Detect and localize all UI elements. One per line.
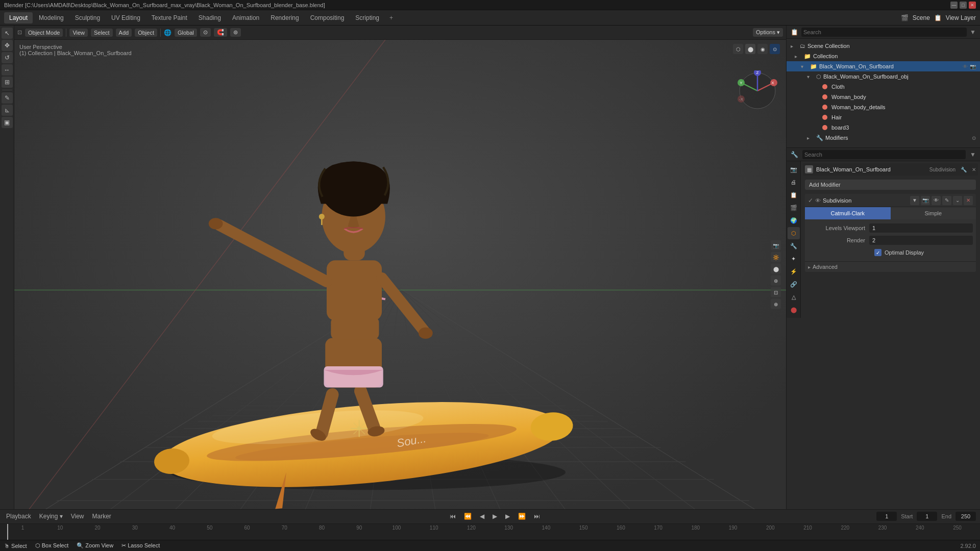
- modifier-camera-icon[interactable]: 📷: [921, 196, 930, 205]
- particles-props-icon[interactable]: ✦: [788, 253, 800, 265]
- xray-toggle[interactable]: ⊡: [771, 287, 781, 297]
- zoom-extents[interactable]: ⊕: [771, 299, 781, 309]
- outliner-cloth[interactable]: Cloth: [787, 82, 980, 92]
- add-workspace-button[interactable]: +: [385, 12, 397, 23]
- subdiv-eye-icon[interactable]: 👁: [815, 197, 821, 204]
- modifier-move-down-icon[interactable]: ⌄: [953, 196, 962, 205]
- prev-keyframe-button[interactable]: ⏪: [462, 512, 474, 521]
- optimal-display-checkbox[interactable]: ✓: [874, 249, 881, 256]
- object-props-icon[interactable]: ⬡: [788, 227, 800, 239]
- physics-props-icon[interactable]: ⚡: [788, 265, 800, 278]
- catmull-clark-tab[interactable]: Catmull-Clark: [805, 207, 891, 219]
- outliner-board3[interactable]: board3: [787, 122, 980, 133]
- levels-viewport-value[interactable]: 1: [869, 223, 973, 233]
- scale-tool[interactable]: ↔: [2, 64, 13, 76]
- playback-menu[interactable]: Playback: [4, 512, 33, 521]
- jump-end-button[interactable]: ⏭: [532, 512, 542, 521]
- solid-shading[interactable]: ⬤: [745, 44, 755, 54]
- play-button[interactable]: ▶: [491, 512, 499, 521]
- render-preview[interactable]: 🔆: [771, 252, 781, 262]
- tab-modeling[interactable]: Modeling: [34, 12, 69, 23]
- outliner-search-input[interactable]: [801, 28, 967, 37]
- tab-compositing[interactable]: Compositing: [305, 12, 350, 23]
- outliner-hair[interactable]: Hair: [787, 112, 980, 122]
- visibility-icon[interactable]: 👁: [963, 64, 968, 69]
- current-frame-input[interactable]: [876, 512, 897, 521]
- properties-search-input[interactable]: [802, 150, 966, 159]
- tab-scripting[interactable]: Scripting: [350, 12, 384, 23]
- object-mode-selector[interactable]: Object Mode: [25, 29, 63, 37]
- outliner-collection[interactable]: ▸ 📁 Collection: [787, 51, 980, 61]
- overlay-toggle[interactable]: ⊛: [771, 276, 781, 286]
- advanced-toggle[interactable]: ▸ Advanced: [808, 264, 973, 270]
- select-menu[interactable]: Select: [91, 29, 113, 37]
- material-props-icon[interactable]: ⬤: [788, 304, 800, 316]
- object-menu[interactable]: Object: [135, 29, 157, 37]
- step-forward-button[interactable]: ▶: [503, 512, 512, 521]
- modifier-filter-icon[interactable]: ▼: [910, 196, 919, 205]
- outliner-modifiers[interactable]: ▸ 🔧 Modifiers ⊙: [787, 133, 980, 143]
- rotate-tool[interactable]: ↺: [2, 52, 13, 63]
- rendered-shading[interactable]: ⊙: [770, 44, 780, 54]
- proportional-edit[interactable]: ⊚: [230, 28, 241, 37]
- modifier-x-icon[interactable]: ✕: [964, 196, 973, 205]
- tab-uv-editing[interactable]: UV Editing: [106, 12, 145, 23]
- snap-toggle[interactable]: 🧲: [214, 28, 227, 37]
- modifier-viewport-icon[interactable]: 👁: [932, 196, 941, 205]
- end-frame-input[interactable]: [955, 512, 976, 521]
- camera-tool[interactable]: 📷: [771, 240, 781, 251]
- keying-menu[interactable]: Keying ▾: [37, 512, 65, 521]
- options-button[interactable]: Options ▾: [753, 28, 783, 37]
- render-level-value[interactable]: 2: [869, 236, 973, 245]
- output-props-icon[interactable]: 🖨: [788, 176, 800, 188]
- modifier-props-icon[interactable]: 🔧: [788, 240, 800, 252]
- add-modifier-button[interactable]: Add Modifier: [805, 180, 976, 190]
- prop-header-extra-icon[interactable]: ✕: [972, 167, 976, 172]
- wireframe-shading[interactable]: ⬡: [733, 44, 743, 54]
- minimize-button[interactable]: —: [950, 2, 958, 9]
- tab-animation[interactable]: Animation: [227, 12, 264, 23]
- step-back-button[interactable]: ◀: [478, 512, 486, 521]
- prop-filter-icon[interactable]: ▼: [970, 151, 976, 158]
- move-tool[interactable]: ✥: [2, 40, 13, 51]
- subdiv-check-icon[interactable]: ✓: [808, 197, 813, 204]
- start-frame-input[interactable]: [917, 512, 937, 521]
- tab-sculpting[interactable]: Sculpting: [70, 12, 105, 23]
- transform-orientation[interactable]: Global: [175, 29, 197, 37]
- maximize-button[interactable]: □: [960, 2, 967, 9]
- material-shading[interactable]: ◉: [757, 44, 768, 54]
- cursor-tool[interactable]: ▣: [2, 117, 13, 128]
- render-visibility-icon[interactable]: 📷: [970, 64, 976, 69]
- data-props-icon[interactable]: △: [788, 291, 800, 303]
- add-menu[interactable]: Add: [116, 29, 132, 37]
- tab-shading[interactable]: Shading: [193, 12, 226, 23]
- annotate-tool[interactable]: ✎: [2, 92, 13, 104]
- tab-layout[interactable]: Layout: [4, 12, 33, 23]
- measure-tool[interactable]: ⊾: [2, 105, 13, 116]
- outliner-woman-body-details[interactable]: Woman_body_details: [787, 102, 980, 112]
- simple-tab[interactable]: Simple: [891, 207, 976, 219]
- outliner-black-woman-collection[interactable]: ▾ 📁 Black_Woman_On_Surfboard 👁 📷: [787, 61, 980, 71]
- window-controls[interactable]: — □ ✕: [950, 2, 976, 9]
- scene-props-icon[interactable]: 🎬: [788, 202, 800, 214]
- tab-texture-paint[interactable]: Texture Paint: [146, 12, 192, 23]
- tab-rendering[interactable]: Rendering: [265, 12, 304, 23]
- view-layer-props-icon[interactable]: 📋: [788, 189, 800, 201]
- transform-tool[interactable]: ⊞: [2, 77, 13, 88]
- filter-icon[interactable]: ▼: [970, 29, 976, 36]
- pivot-selector[interactable]: ⊙: [200, 28, 211, 37]
- view-menu-tl[interactable]: View: [69, 512, 86, 521]
- viewport-shading[interactable]: ⬤: [771, 264, 781, 274]
- outliner-woman-body[interactable]: Woman_body: [787, 92, 980, 102]
- constraints-props-icon[interactable]: 🔗: [788, 278, 800, 290]
- close-button[interactable]: ✕: [969, 2, 976, 9]
- jump-start-button[interactable]: ⏮: [448, 512, 458, 521]
- view-menu[interactable]: View: [69, 29, 88, 37]
- next-keyframe-button[interactable]: ⏩: [516, 512, 528, 521]
- marker-menu[interactable]: Marker: [90, 512, 113, 521]
- 3d-viewport[interactable]: Sou...: [14, 40, 786, 509]
- outliner-bw-obj[interactable]: ▾ ⬡ Black_Woman_On_Surfboard_obj: [787, 71, 980, 82]
- modifier-edit-icon[interactable]: ✎: [942, 196, 951, 205]
- render-props-icon[interactable]: 📷: [788, 163, 800, 176]
- navigation-gizmo[interactable]: X Y Z -X: [737, 70, 778, 111]
